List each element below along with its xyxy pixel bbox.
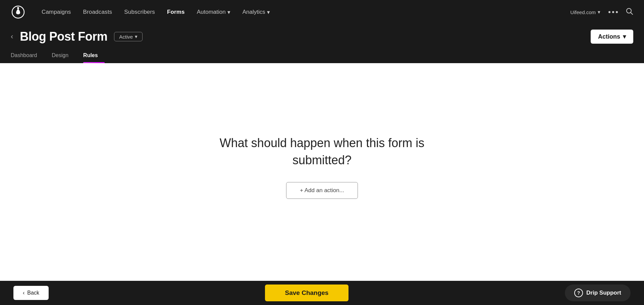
help-icon: ? — [574, 289, 583, 297]
logo[interactable] — [11, 5, 25, 19]
top-navigation: Campaigns Broadcasts Subscribers Forms A… — [0, 0, 644, 24]
page-title-left: ‹ Blog Post Form Active ▾ — [11, 30, 143, 44]
chevron-down-icon: ▾ — [227, 9, 230, 16]
tab-rules[interactable]: Rules — [83, 48, 105, 63]
dot-icon — [616, 11, 618, 13]
nav-right: Uifeed.com ▾ — [570, 8, 633, 16]
back-arrow-icon: ‹ — [23, 290, 24, 296]
tab-dashboard[interactable]: Dashboard — [11, 48, 44, 63]
chevron-down-icon: ▾ — [135, 34, 138, 40]
tab-design[interactable]: Design — [52, 48, 75, 63]
nav-subscribers[interactable]: Subscribers — [124, 9, 155, 15]
footer: ‹ Back Save Changes ? Drip Support — [0, 281, 644, 305]
search-button[interactable] — [626, 8, 633, 16]
svg-point-1 — [17, 7, 19, 9]
chevron-down-icon: ▾ — [598, 9, 600, 15]
tabs-bar: Dashboard Design Rules — [0, 48, 644, 63]
nav-automation[interactable]: Automation ▾ — [197, 9, 230, 16]
page-header: ‹ Blog Post Form Active ▾ Actions ▾ — [0, 24, 644, 48]
status-badge[interactable]: Active ▾ — [114, 32, 143, 41]
add-action-button[interactable]: + Add an action... — [286, 182, 358, 199]
back-button[interactable]: ‹ Back — [13, 286, 49, 300]
domain-selector[interactable]: Uifeed.com ▾ — [570, 9, 600, 15]
more-options-menu[interactable] — [608, 11, 618, 13]
nav-analytics[interactable]: Analytics ▾ — [243, 9, 270, 16]
svg-line-3 — [631, 13, 633, 15]
main-question: What should happen when this form is sub… — [220, 135, 424, 169]
nav-forms[interactable]: Forms — [167, 9, 185, 15]
actions-button[interactable]: Actions ▾ — [591, 30, 633, 44]
nav-broadcasts[interactable]: Broadcasts — [83, 9, 112, 15]
chevron-down-icon: ▾ — [267, 9, 270, 16]
page-title: Blog Post Form — [20, 30, 107, 44]
nav-links: Campaigns Broadcasts Subscribers Forms A… — [42, 9, 557, 16]
chevron-down-icon: ▾ — [623, 33, 626, 40]
back-arrow-icon[interactable]: ‹ — [11, 32, 13, 41]
nav-campaigns[interactable]: Campaigns — [42, 9, 71, 15]
dot-icon — [608, 11, 610, 13]
dot-icon — [612, 11, 614, 13]
page-title-row: ‹ Blog Post Form Active ▾ Actions ▾ — [11, 30, 633, 44]
save-changes-button[interactable]: Save Changes — [265, 285, 349, 301]
main-content: What should happen when this form is sub… — [0, 63, 644, 270]
drip-support-button[interactable]: ? Drip Support — [565, 285, 631, 301]
